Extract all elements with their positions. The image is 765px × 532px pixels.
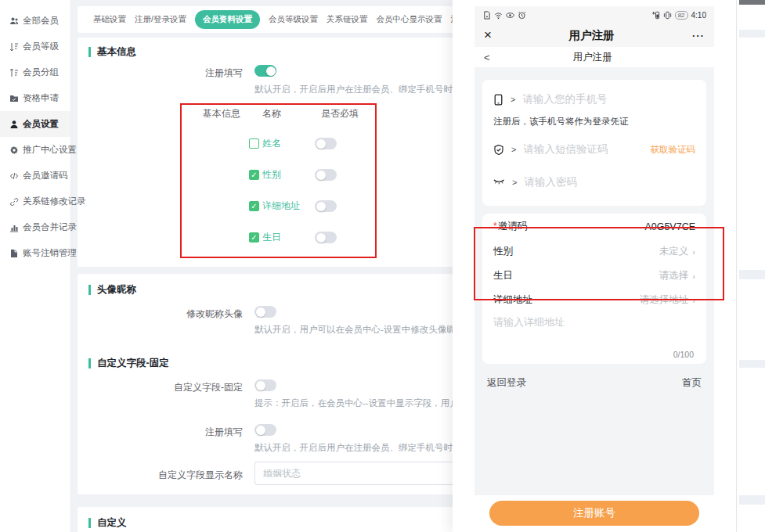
row-value: 请选择地址 (640, 293, 689, 307)
chevron-right-icon: › (692, 247, 695, 257)
mobile-input-row[interactable]: > 请输入您的手机号 (493, 84, 695, 114)
background-band (739, 360, 765, 368)
birthday-select-row[interactable]: 生日 请选择› (493, 264, 695, 288)
vibrate-icon (663, 11, 672, 20)
sidebar-item-label: 关系链修改记录 (23, 196, 86, 207)
sidebar-item-all-members[interactable]: 全部会员 (0, 8, 70, 34)
wifi-icon (494, 11, 503, 20)
sidebar-item-label: 推广中心设置 (23, 144, 77, 156)
section-title-avatar-nickname: 头像昵称 (88, 285, 136, 295)
background-band (739, 30, 765, 38)
sidebar-item-label: 资格申请 (23, 92, 59, 104)
row-value: 请选择 (659, 269, 689, 282)
profile-card: *邀请码 A0G5V7CE 性别 未定义› 生日 请选择› 详细地址 请选择地址… (482, 214, 706, 364)
mobile-note: 注册后，该手机号将作为登录凭证 (493, 114, 695, 132)
register-fill-label: 注册填写 (93, 66, 243, 80)
background-band (739, 270, 765, 279)
password-row[interactable]: > 请输入密码 (493, 167, 695, 198)
section-title-custom: 自定义 (88, 518, 127, 528)
tab-basic-settings[interactable]: 基础设置 (93, 14, 126, 25)
tab-member-level-settings[interactable]: 会员等级设置 (269, 14, 318, 25)
sort-group-icon (9, 67, 19, 77)
chevron-right-icon: › (692, 296, 695, 305)
required-toggle-birthday[interactable] (315, 232, 337, 243)
tab-member-profile-settings[interactable]: 会员资料设置 (195, 10, 260, 29)
required-toggle-gender[interactable] (315, 169, 337, 181)
field-label: 姓名 (262, 137, 281, 150)
checkbox-address[interactable]: ✓ (249, 201, 259, 211)
chevron-right-icon: > (511, 145, 516, 154)
sidebar-item-label: 会员设置 (23, 118, 59, 130)
gender-select-row[interactable]: 性别 未定义› (493, 239, 695, 264)
invite-code-row[interactable]: *邀请码 A0G5V7CE (493, 214, 695, 239)
back-chevron-icon[interactable]: < (484, 52, 490, 63)
wechat-nav-title: 用户注册 (492, 28, 691, 43)
chevron-right-icon: › (692, 271, 695, 281)
register-account-button[interactable]: 注册账号 (489, 501, 699, 526)
close-icon[interactable]: × (484, 27, 492, 43)
tab-relation-chain-settings[interactable]: 关系链设置 (327, 14, 368, 25)
modify-nickname-helper: 默认开启，用户可以在会员中心-设置中修改头像昵称 (254, 324, 464, 336)
eye-comfort-icon (506, 11, 514, 20)
tab-member-center-display[interactable]: 会员中心显示设置 (376, 14, 442, 25)
custom-register-fill-label: 注册填写 (93, 426, 243, 439)
phone-screen: 82 4:10 × 用户注册 ⋯ < 用户注册 > 请输入您的手机号 注册后，该… (475, 6, 714, 495)
background-band (739, 0, 765, 5)
background-page-strip (736, 0, 765, 532)
sidebar-item-account-cancel[interactable]: 账号注销管理 (0, 240, 70, 266)
table-header-name: 名称 (262, 107, 281, 120)
page-nav-bar: < 用户注册 (475, 47, 714, 67)
required-toggle-address[interactable] (315, 200, 337, 212)
home-link[interactable]: 首页 (682, 376, 702, 390)
row-label: 生日 (493, 269, 513, 282)
sort-level-icon (9, 41, 19, 52)
member-icon (9, 119, 19, 129)
sms-code-row[interactable]: > 请输入短信验证码 获取验证码 (493, 132, 695, 167)
sidebar-item-label: 会员邀请码 (23, 170, 68, 182)
phone-preview-panel: 82 4:10 × 用户注册 ⋯ < 用户注册 > 请输入您的手机号 注册后，该… (453, 0, 736, 532)
sidebar-item-member-level[interactable]: 会员等级 (0, 34, 70, 59)
eye-closed-icon (493, 178, 505, 186)
register-fill-toggle[interactable] (254, 65, 276, 77)
sidebar-item-member-settings[interactable]: 会员设置 (0, 111, 70, 137)
row-value: 未定义 (659, 245, 689, 258)
background-band (739, 495, 765, 505)
battery-saver-icon (651, 11, 660, 20)
required-asterisk: * (493, 221, 497, 232)
credentials-card: > 请输入您的手机号 注册后，该手机号将作为登录凭证 > 请输入短信验证码 获取… (482, 80, 706, 206)
checkbox-birthday[interactable]: ✓ (249, 232, 259, 243)
table-header-required: 是否必填 (321, 107, 359, 120)
sidebar-item-member-group[interactable]: 会员分组 (0, 59, 70, 85)
sidebar-item-label: 会员合并记录 (23, 221, 77, 233)
checkbox-name[interactable] (249, 138, 259, 149)
gear-icon (9, 145, 19, 155)
sidebar-item-merge-log[interactable]: 会员合并记录 (0, 214, 70, 240)
address-placeholder: 请输入详细地址 (493, 315, 695, 329)
wechat-nav-bar: × 用户注册 ⋯ (475, 23, 714, 47)
checkbox-gender[interactable]: ✓ (249, 170, 259, 180)
char-counter: 0/100 (673, 350, 694, 359)
sidebar-item-relation-log[interactable]: 关系链修改记录 (0, 189, 70, 214)
folder-check-icon (9, 93, 19, 103)
address-select-row[interactable]: 详细地址 请选择地址› (493, 288, 695, 312)
address-textarea[interactable]: 请输入详细地址 0/100 (493, 312, 695, 364)
phone-body: > 请输入您的手机号 注册后，该手机号将作为登录凭证 > 请输入短信验证码 获取… (475, 67, 714, 495)
sidebar-item-invite-code[interactable]: 会员邀请码 (0, 163, 70, 189)
sidebar-item-qualification[interactable]: 资格申请 (0, 85, 70, 111)
invite-code-value: A0G5V7CE (644, 221, 695, 232)
field-label: 详细地址 (262, 200, 300, 213)
status-time: 4:10 (691, 11, 706, 20)
smartphone-icon (493, 94, 503, 106)
more-icon[interactable]: ⋯ (691, 28, 705, 43)
mobile-placeholder: 请输入您的手机号 (522, 92, 695, 106)
back-to-login-link[interactable]: 返回登录 (487, 376, 526, 390)
custom-fixed-toggle[interactable] (254, 379, 276, 391)
chevron-right-icon: > (511, 95, 515, 104)
required-toggle-name[interactable] (315, 138, 337, 149)
get-code-button[interactable]: 获取验证码 (651, 144, 696, 156)
tab-register-login-settings[interactable]: 注册/登录设置 (135, 14, 186, 25)
custom-register-fill-toggle[interactable] (254, 424, 276, 436)
sidebar-item-promotion-settings[interactable]: 推广中心设置 (0, 137, 70, 163)
sidebar-item-label: 账号注销管理 (23, 247, 77, 259)
modify-nickname-toggle[interactable] (254, 306, 276, 318)
